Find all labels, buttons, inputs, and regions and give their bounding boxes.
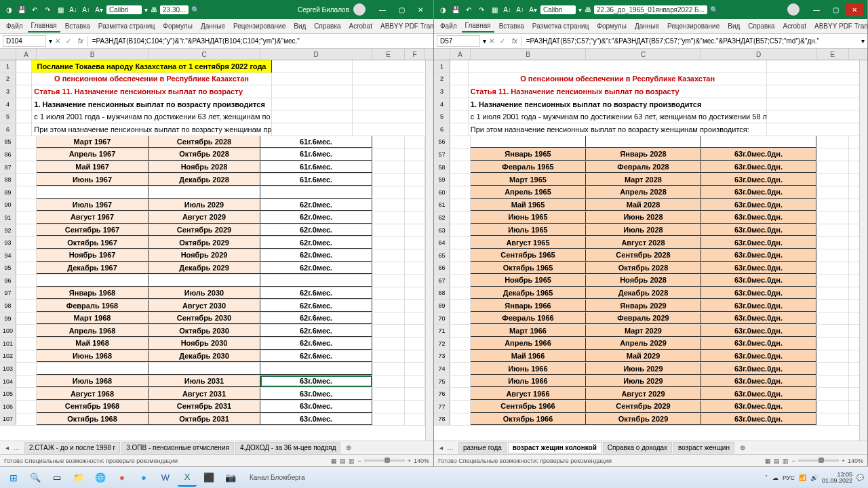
qat-icon[interactable]: A▾	[528, 5, 538, 14]
cell[interactable]: Ноябрь 1967	[37, 249, 149, 262]
row-header[interactable]: 72	[434, 338, 450, 350]
cell[interactable]	[816, 274, 849, 287]
horizontal-scrollbar[interactable]	[357, 444, 431, 452]
row-header[interactable]: 92	[0, 224, 16, 237]
cell[interactable]: 63г.0мес.	[260, 375, 372, 388]
ribbon-tab[interactable]: Рецензирование	[230, 20, 289, 32]
search-icon[interactable]: 🔍	[710, 6, 718, 14]
cell[interactable]: 63г.0мес.0дн.	[701, 237, 816, 249]
row-header[interactable]: 89	[0, 186, 16, 199]
cell[interactable]: Сентябрь 1966	[471, 401, 586, 413]
cell[interactable]	[816, 401, 849, 413]
taskbar-clock[interactable]: 13:05 01.09.2022	[822, 472, 852, 484]
cell[interactable]: Июнь 1965	[471, 211, 586, 224]
sheet-tab[interactable]: возраст жещин колонкой	[508, 442, 601, 453]
cell[interactable]: 63г.0мес.0дн.	[701, 375, 816, 388]
cell[interactable]: Декабрь 2028	[149, 174, 260, 186]
tray-chevron-icon[interactable]: ˄	[765, 474, 768, 481]
row-header[interactable]: 102	[0, 350, 16, 363]
cell[interactable]	[353, 73, 433, 85]
cell[interactable]	[405, 199, 425, 211]
row-header[interactable]: 75	[434, 375, 450, 388]
cell[interactable]	[260, 274, 372, 287]
cell[interactable]	[16, 148, 37, 161]
cell[interactable]	[16, 186, 37, 199]
cell[interactable]	[450, 136, 471, 148]
cell[interactable]: Сентябрь 1965	[471, 249, 586, 262]
cell[interactable]	[405, 237, 425, 249]
cell[interactable]	[450, 262, 471, 274]
cell[interactable]	[372, 174, 405, 186]
notification-icon[interactable]: 💬	[856, 474, 864, 481]
cell[interactable]	[450, 224, 471, 237]
select-all-corner[interactable]	[434, 49, 450, 60]
cell[interactable]: Февраль 2028	[586, 161, 701, 174]
cell[interactable]: 62г.6мес.	[260, 325, 372, 337]
row-header[interactable]: 2	[434, 73, 450, 85]
qat-icon[interactable]: ▦	[490, 5, 499, 14]
cell[interactable]	[16, 388, 37, 400]
cell[interactable]	[16, 224, 37, 237]
view-normal-icon[interactable]: ▦	[331, 458, 337, 464]
row-header[interactable]: 90	[0, 199, 16, 211]
ribbon-tab[interactable]: Справка	[311, 20, 344, 32]
cell[interactable]: Май 1966	[471, 350, 586, 363]
cell[interactable]	[16, 161, 37, 174]
cell[interactable]	[405, 375, 425, 388]
cell[interactable]	[816, 413, 849, 426]
row-header[interactable]: 95	[0, 262, 16, 274]
row-header[interactable]: 85	[0, 136, 16, 148]
cell[interactable]	[16, 401, 37, 413]
fx-icon[interactable]: fx	[74, 37, 87, 45]
row-header[interactable]: 86	[0, 148, 16, 161]
app-icon[interactable]: 📷	[221, 469, 240, 487]
cell[interactable]	[816, 199, 849, 211]
cell[interactable]: Апрель 1967	[37, 148, 149, 161]
cell[interactable]: Март 1968	[37, 312, 149, 325]
cell[interactable]	[16, 85, 32, 98]
row-header[interactable]: 63	[434, 224, 450, 237]
cell[interactable]: Май 1968	[37, 338, 149, 350]
cell[interactable]: 62г.0мес.	[260, 249, 372, 262]
horizontal-scrollbar[interactable]	[751, 444, 865, 452]
cell[interactable]: Январь 2029	[586, 300, 701, 312]
cell[interactable]	[372, 401, 405, 413]
undo-icon[interactable]: ↶	[464, 5, 473, 14]
cell[interactable]: 63г.0мес.0дн.	[701, 262, 816, 274]
cell[interactable]	[272, 123, 353, 136]
cell[interactable]: Июнь 1967	[37, 174, 149, 186]
cell[interactable]: Сентябрь 2028	[586, 249, 701, 262]
cell[interactable]	[260, 186, 372, 199]
cell[interactable]: 63г.0мес.0дн.	[701, 186, 816, 199]
cell[interactable]: 62г.0мес.	[260, 224, 372, 237]
font-select[interactable]: Calibri	[540, 5, 576, 14]
cell[interactable]: Август 1965	[471, 237, 586, 249]
save-icon[interactable]: 💾	[451, 5, 460, 14]
cell[interactable]: Сентябрь 2028	[149, 136, 260, 148]
qat-icon[interactable]: A▾	[94, 5, 104, 14]
ribbon-tab[interactable]: Справка	[745, 20, 778, 32]
cell[interactable]: Статья 11. Назначение пенсионных выплат …	[32, 85, 271, 98]
cell[interactable]	[372, 148, 405, 161]
cell[interactable]: 62г.0мес.	[260, 199, 372, 211]
cell[interactable]: Январь 1966	[471, 300, 586, 312]
cell[interactable]: Март 2029	[586, 325, 701, 337]
cell[interactable]: Июль 1967	[37, 199, 149, 211]
cell[interactable]	[450, 350, 471, 363]
cell[interactable]	[405, 401, 425, 413]
cell[interactable]: 61г.6мес.	[260, 161, 372, 174]
sheet-tab[interactable]: разные года	[458, 442, 507, 453]
cell[interactable]	[450, 375, 471, 388]
cell[interactable]	[372, 161, 405, 174]
print-icon[interactable]: 🖶	[585, 6, 591, 14]
user-name[interactable]: Сергей Билалов	[298, 6, 349, 14]
cell[interactable]	[405, 211, 425, 224]
redo-icon[interactable]: ↷	[43, 5, 52, 14]
cell[interactable]	[405, 224, 425, 237]
cell[interactable]: Апрель 1968	[37, 325, 149, 337]
ribbon-tab[interactable]: Acrobat	[346, 20, 376, 32]
cell[interactable]: Июнь 2029	[586, 363, 701, 375]
cell[interactable]: Август 2030	[149, 300, 260, 312]
sheet-nav-prev[interactable]: …	[12, 444, 20, 451]
row-header[interactable]: 4	[434, 98, 450, 110]
